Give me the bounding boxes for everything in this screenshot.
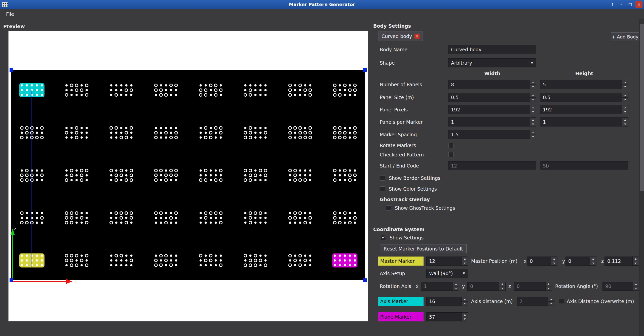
spin-up-icon[interactable]: ▲: [622, 80, 628, 85]
maximize-button[interactable]: □: [627, 1, 634, 8]
tab-close-icon[interactable]: ×: [414, 34, 420, 39]
tab-curved-body[interactable]: Curved body ×: [378, 31, 423, 41]
minimize-button[interactable]: –: [618, 1, 625, 8]
spin-down-icon[interactable]: ▼: [530, 135, 536, 139]
spin-buttons[interactable]: ▲▼: [545, 282, 552, 290]
titlebar[interactable]: Marker Pattern Generator ↑ – □ ×: [0, 0, 644, 9]
spin-up-icon[interactable]: ▲: [462, 257, 468, 261]
rotate-markers-checkbox[interactable]: [448, 143, 453, 148]
body-name-input[interactable]: Curved body: [448, 45, 536, 54]
resize-handle[interactable]: [363, 68, 367, 72]
spin-down-icon[interactable]: ▼: [622, 122, 628, 127]
spin-down-icon[interactable]: ▼: [499, 286, 505, 291]
spin-down-icon[interactable]: ▼: [633, 261, 639, 266]
end-code-input[interactable]: 5b: [540, 161, 628, 170]
master-position-x-spin[interactable]: 0▲▼: [527, 257, 557, 266]
spin-up-icon[interactable]: ▲: [548, 297, 554, 302]
master-position-y-spin[interactable]: 0▲▼: [565, 257, 596, 266]
spin-up-icon[interactable]: ▲: [530, 118, 536, 122]
show-border-settings-checkbox[interactable]: [380, 176, 385, 181]
master-marker-spin[interactable]: 12▲▼: [426, 257, 468, 266]
spin-down-icon[interactable]: ▼: [548, 302, 554, 306]
panel-pixels-height-spin[interactable]: 192▲▼: [540, 105, 628, 114]
start-code-input[interactable]: 12: [448, 161, 536, 170]
spin-up-icon[interactable]: ▲: [551, 257, 557, 261]
spin-buttons[interactable]: ▲▼: [453, 282, 459, 290]
spin-down-icon[interactable]: ▼: [590, 261, 596, 266]
spin-up-icon[interactable]: ▲: [622, 118, 628, 122]
resize-handle[interactable]: [363, 278, 367, 282]
spin-down-icon[interactable]: ▼: [530, 110, 536, 114]
spin-buttons[interactable]: ▲▼: [622, 105, 628, 114]
spin-down-icon[interactable]: ▼: [462, 302, 468, 306]
marker-spacing-spin[interactable]: 1.5▲▼: [448, 130, 536, 139]
spin-buttons[interactable]: ▲▼: [530, 118, 536, 126]
rollup-button[interactable]: ↑: [609, 1, 616, 8]
plane-marker[interactable]: [332, 254, 357, 268]
rotation-axis-y-spin[interactable]: 0▲▼: [467, 282, 506, 291]
resize-handle[interactable]: [10, 68, 13, 72]
axis-marker-spin[interactable]: 16▲▼: [426, 297, 468, 306]
spin-down-icon[interactable]: ▼: [622, 110, 628, 114]
spin-buttons[interactable]: ▲▼: [590, 257, 596, 265]
spin-up-icon[interactable]: ▲: [546, 282, 552, 286]
spin-buttons[interactable]: ▲▼: [548, 297, 554, 306]
show-settings-checkbox[interactable]: ✔: [381, 235, 386, 240]
axis-distance-overwrite-checkbox[interactable]: [559, 299, 564, 304]
resize-handle[interactable]: [10, 278, 13, 282]
preview-canvas[interactable]: zx: [9, 31, 368, 321]
close-button[interactable]: ×: [635, 1, 642, 8]
spin-down-icon[interactable]: ▼: [530, 85, 536, 89]
master-position-z-spin[interactable]: 0.112▲▼: [604, 257, 639, 266]
spin-up-icon[interactable]: ▲: [462, 313, 468, 317]
spin-buttons[interactable]: ▲▼: [499, 282, 505, 290]
spin-buttons[interactable]: ▲▼: [530, 93, 536, 102]
spin-down-icon[interactable]: ▼: [453, 286, 459, 291]
spin-up-icon[interactable]: ▲: [633, 257, 639, 261]
rotation-axis-x-spin[interactable]: 1▲▼: [421, 282, 459, 291]
spin-down-icon[interactable]: ▼: [530, 122, 536, 127]
panel-size-width-spin[interactable]: 0.5▲▼: [448, 93, 536, 102]
panel-size-height-spin[interactable]: 0.5▲▼: [540, 93, 628, 102]
spin-buttons[interactable]: ▲▼: [530, 105, 536, 114]
spin-up-icon[interactable]: ▲: [622, 105, 628, 110]
spin-buttons[interactable]: ▲▼: [622, 118, 628, 126]
spin-buttons[interactable]: ▲▼: [633, 282, 639, 290]
show-color-settings-checkbox[interactable]: [380, 186, 385, 191]
spin-down-icon[interactable]: ▼: [546, 286, 552, 291]
spin-up-icon[interactable]: ▲: [530, 130, 536, 135]
spin-buttons[interactable]: ▲▼: [622, 93, 628, 102]
spin-up-icon[interactable]: ▲: [530, 80, 536, 85]
spin-down-icon[interactable]: ▼: [622, 98, 628, 102]
spin-buttons[interactable]: ▲▼: [462, 313, 468, 321]
add-body-button[interactable]: + Add Body: [611, 32, 639, 41]
spin-down-icon[interactable]: ▼: [551, 261, 557, 266]
plane-marker-spin[interactable]: 57▲▼: [426, 312, 468, 321]
preview-panel[interactable]: zx: [8, 31, 368, 321]
spin-buttons[interactable]: ▲▼: [530, 130, 536, 139]
shape-select[interactable]: Arbitrary▼: [448, 58, 536, 67]
menu-file[interactable]: File: [4, 9, 17, 19]
number-of-panels-height-spin[interactable]: 5▲▼: [540, 80, 628, 89]
spin-buttons[interactable]: ▲▼: [622, 80, 628, 89]
panels-per-marker-width-spin[interactable]: 1▲▼: [448, 117, 536, 127]
spin-up-icon[interactable]: ▲: [530, 93, 536, 98]
panels-per-marker-height-spin[interactable]: 1▲▼: [540, 117, 628, 127]
spin-buttons[interactable]: ▲▼: [530, 80, 536, 89]
spin-up-icon[interactable]: ▲: [622, 93, 628, 98]
axis-setup-select[interactable]: Wall (90°)▼: [426, 269, 468, 278]
spin-down-icon[interactable]: ▼: [462, 317, 468, 321]
spin-buttons[interactable]: ▲▼: [462, 297, 468, 306]
panel-pixels-width-spin[interactable]: 192▲▼: [448, 105, 536, 114]
rotation-angle-spin[interactable]: 90▲▼: [602, 282, 639, 291]
spin-down-icon[interactable]: ▼: [462, 261, 468, 266]
spin-buttons[interactable]: ▲▼: [551, 257, 557, 265]
rotation-axis-z-spin[interactable]: 0▲▼: [514, 282, 552, 291]
checkered-pattern-checkbox[interactable]: [448, 152, 453, 157]
spin-up-icon[interactable]: ▲: [530, 105, 536, 110]
spin-buttons[interactable]: ▲▼: [462, 257, 468, 265]
spin-up-icon[interactable]: ▲: [590, 257, 596, 261]
spin-down-icon[interactable]: ▼: [633, 286, 639, 291]
reset-marker-positions-button[interactable]: Reset Marker Positions to Default: [380, 244, 467, 253]
spin-up-icon[interactable]: ▲: [462, 297, 468, 302]
